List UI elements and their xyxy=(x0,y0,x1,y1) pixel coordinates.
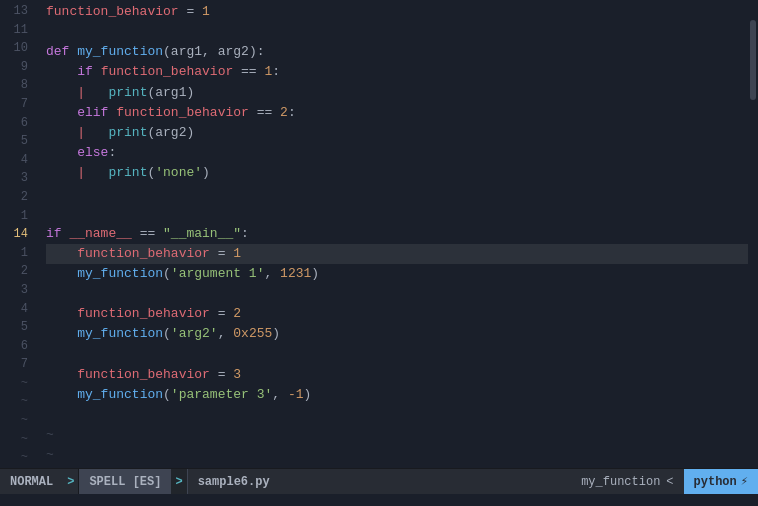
line-num-active: 14 xyxy=(0,225,28,244)
line-num: ~ xyxy=(0,448,28,467)
code-line: | print('none') xyxy=(46,163,748,183)
scrollbar-thumb[interactable] xyxy=(750,20,756,100)
code-line: | print(arg1) xyxy=(46,83,748,103)
code-line xyxy=(46,344,748,364)
scrollbar[interactable] xyxy=(748,0,758,468)
code-line: elif function_behavior == 2: xyxy=(46,103,748,123)
code-line: if function_behavior == 1: xyxy=(46,62,748,82)
line-num: 3 xyxy=(0,169,28,188)
code-line: else: xyxy=(46,143,748,163)
filename-label: sample6.py xyxy=(198,475,270,489)
code-line xyxy=(46,405,748,425)
line-num: 1 xyxy=(0,244,28,263)
code-line: my_function('parameter 3', -1) xyxy=(46,385,748,405)
line-num: ~ xyxy=(0,374,28,393)
chevron-icon: < xyxy=(666,475,673,489)
code-line: | print(arg2) xyxy=(46,123,748,143)
lang-label: python xyxy=(694,475,737,489)
code-line: function_behavior = 3 xyxy=(46,365,748,385)
code-line: ~ xyxy=(46,425,748,445)
line-num: 13 xyxy=(0,2,28,21)
line-num: ~ xyxy=(0,392,28,411)
line-num: 2 xyxy=(0,188,28,207)
line-num: 7 xyxy=(0,95,28,114)
line-num: 4 xyxy=(0,151,28,170)
line-num: 5 xyxy=(0,318,28,337)
code-line xyxy=(46,203,748,223)
status-language: python ⚡ xyxy=(684,469,758,494)
line-num: 5 xyxy=(0,132,28,151)
code-line: function_behavior = 2 xyxy=(46,304,748,324)
line-num: 6 xyxy=(0,337,28,356)
line-num: 11 xyxy=(0,21,28,40)
code-content: function_behavior = 1 def my_function(ar… xyxy=(36,0,748,468)
arrow1-icon: > xyxy=(67,475,74,489)
line-num: 1 xyxy=(0,207,28,226)
status-function: my_function < xyxy=(571,469,683,494)
line-num: 10 xyxy=(0,39,28,58)
line-num: ~ xyxy=(0,430,28,449)
code-line: function_behavior = 1 xyxy=(46,2,748,22)
code-line-active: function_behavior = 1 xyxy=(46,244,748,264)
spell-label: SPELL [ES] xyxy=(89,475,161,489)
line-num: 2 xyxy=(0,262,28,281)
line-numbers: 13 11 10 9 8 7 6 5 4 3 2 1 14 1 2 3 4 5 … xyxy=(0,0,36,468)
status-mode: NORMAL xyxy=(0,469,63,494)
status-right-section: my_function < python ⚡ xyxy=(571,469,758,494)
status-arrow2: > xyxy=(171,469,186,494)
line-num: ~ xyxy=(0,467,28,468)
arrow2-icon: > xyxy=(175,475,182,489)
statusbar: NORMAL > SPELL [ES] > sample6.py my_func… xyxy=(0,468,758,494)
code-line: my_function('arg2', 0x255) xyxy=(46,324,748,344)
code-line: my_function('argument 1', 1231) xyxy=(46,264,748,284)
line-num: 9 xyxy=(0,58,28,77)
mode-label: NORMAL xyxy=(10,475,53,489)
code-line: if __name__ == "__main__": xyxy=(46,224,748,244)
line-num: 4 xyxy=(0,300,28,319)
lang-icon: ⚡ xyxy=(741,474,748,489)
code-line xyxy=(46,284,748,304)
line-num: 8 xyxy=(0,76,28,95)
status-arrow1: > xyxy=(63,469,78,494)
code-editor[interactable]: 13 11 10 9 8 7 6 5 4 3 2 1 14 1 2 3 4 5 … xyxy=(0,0,758,468)
func-name-label: my_function xyxy=(581,475,660,489)
status-filename: sample6.py xyxy=(187,469,571,494)
code-line: ~ xyxy=(46,445,748,465)
line-num: 6 xyxy=(0,114,28,133)
code-line xyxy=(46,22,748,42)
line-num: ~ xyxy=(0,411,28,430)
line-num: 3 xyxy=(0,281,28,300)
code-line xyxy=(46,183,748,203)
code-line: def my_function(arg1, arg2): xyxy=(46,42,748,62)
line-num: 7 xyxy=(0,355,28,374)
code-line: ~ xyxy=(46,465,748,468)
status-spell: SPELL [ES] xyxy=(78,469,171,494)
